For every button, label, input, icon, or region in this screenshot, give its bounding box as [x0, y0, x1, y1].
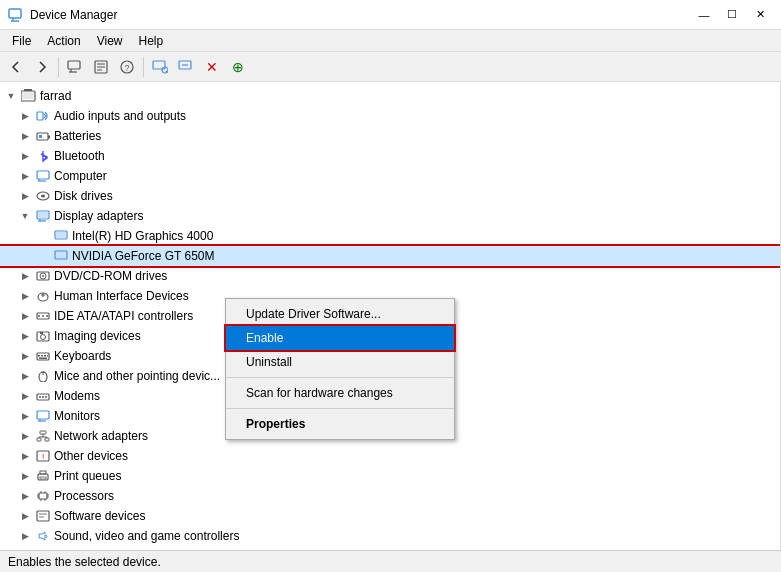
expand-storage[interactable]: ▶	[18, 549, 32, 550]
expand-batteries[interactable]: ▶	[18, 129, 32, 143]
software-label: Software devices	[54, 509, 145, 523]
svg-rect-24	[37, 171, 49, 179]
expand-network[interactable]: ▶	[18, 429, 32, 443]
svg-rect-23	[39, 135, 42, 138]
monitors-icon	[35, 408, 51, 424]
storage-label: Storage controllers	[54, 549, 155, 550]
batteries-label: Batteries	[54, 129, 101, 143]
toolbar-computer[interactable]	[63, 55, 87, 79]
toolbar-sep-1	[58, 57, 59, 77]
toolbar-add[interactable]: ⊕	[226, 55, 250, 79]
device-tree[interactable]: ▼ farrad ▶ Audio inputs and outputs	[0, 82, 781, 550]
tree-item-audio[interactable]: ▶ Audio inputs and outputs	[0, 106, 780, 126]
tree-item-display[interactable]: ▼ Display adapters	[0, 206, 780, 226]
ctx-properties[interactable]: Properties	[226, 412, 454, 436]
expand-software[interactable]: ▶	[18, 509, 32, 523]
expand-dvd[interactable]: ▶	[18, 269, 32, 283]
tree-item-dvd[interactable]: ▶ DVD/CD-ROM drives	[0, 266, 780, 286]
modems-label: Modems	[54, 389, 100, 403]
expand-monitors[interactable]: ▶	[18, 409, 32, 423]
svg-rect-68	[45, 438, 49, 441]
svg-rect-22	[48, 136, 50, 139]
toolbar-help[interactable]: ?	[115, 55, 139, 79]
tree-root[interactable]: ▼ farrad	[0, 86, 780, 106]
expand-display[interactable]: ▼	[18, 209, 32, 223]
svg-point-45	[42, 315, 44, 317]
ctx-scan[interactable]: Scan for hardware changes	[226, 381, 454, 405]
expand-disk[interactable]: ▶	[18, 189, 32, 203]
expand-mice[interactable]: ▶	[18, 369, 32, 383]
tree-item-batteries[interactable]: ▶ Batteries	[0, 126, 780, 146]
expand-keyboards[interactable]: ▶	[18, 349, 32, 363]
svg-rect-78	[39, 493, 47, 499]
expand-audio[interactable]: ▶	[18, 109, 32, 123]
tree-item-intel[interactable]: ▶ Intel(R) HD Graphics 4000	[0, 226, 780, 246]
tree-item-bluetooth[interactable]: ▶ Bluetooth	[0, 146, 780, 166]
toolbar-properties[interactable]	[89, 55, 113, 79]
svg-point-46	[46, 315, 48, 317]
expand-imaging[interactable]: ▶	[18, 329, 32, 343]
tree-item-software[interactable]: ▶ Software devices	[0, 506, 780, 526]
tree-item-other[interactable]: ▶ ! Other devices	[0, 446, 780, 466]
expand-hid[interactable]: ▶	[18, 289, 32, 303]
svg-rect-19	[22, 92, 34, 99]
close-button[interactable]: ✕	[747, 5, 773, 25]
audio-icon	[35, 108, 51, 124]
menu-action[interactable]: Action	[39, 32, 88, 50]
menu-file[interactable]: File	[4, 32, 39, 50]
minimize-button[interactable]: —	[691, 5, 717, 25]
expand-sound[interactable]: ▶	[18, 529, 32, 543]
display-icon	[35, 208, 51, 224]
tree-item-storage[interactable]: ▶ Storage controllers	[0, 546, 780, 550]
ctx-enable[interactable]: Enable	[226, 326, 454, 350]
svg-rect-34	[56, 232, 66, 238]
toolbar-delete[interactable]: ✕	[200, 55, 224, 79]
tree-item-processors[interactable]: ▶ Processors	[0, 486, 780, 506]
svg-rect-87	[37, 511, 49, 521]
ctx-sep-1	[226, 377, 454, 378]
tree-item-computer[interactable]: ▶ Computer	[0, 166, 780, 186]
toolbar-forward[interactable]	[30, 55, 54, 79]
toolbar-update[interactable]	[174, 55, 198, 79]
ide-label: IDE ATA/ATAPI controllers	[54, 309, 193, 323]
audio-label: Audio inputs and outputs	[54, 109, 186, 123]
window-controls: — ☐ ✕	[691, 5, 773, 25]
context-menu: Update Driver Software... Enable Uninsta…	[225, 298, 455, 440]
status-bar: Enables the selected device.	[0, 550, 781, 572]
expand-modems[interactable]: ▶	[18, 389, 32, 403]
svg-point-44	[38, 315, 40, 317]
svg-rect-32	[38, 212, 48, 218]
ctx-sep-2	[226, 408, 454, 409]
toolbar-scan[interactable]	[148, 55, 172, 79]
disk-icon	[35, 188, 51, 204]
processors-label: Processors	[54, 489, 114, 503]
expand-processors[interactable]: ▶	[18, 489, 32, 503]
expand-computer[interactable]: ▶	[18, 169, 32, 183]
software-icon	[35, 508, 51, 524]
tree-item-nvidia[interactable]: ▶ NVIDIA GeForce GT 650M	[0, 246, 780, 266]
network-icon	[35, 428, 51, 444]
sound-label: Sound, video and game controllers	[54, 529, 239, 543]
ctx-uninstall[interactable]: Uninstall	[226, 350, 454, 374]
expand-print[interactable]: ▶	[18, 469, 32, 483]
root-icon	[21, 88, 37, 104]
expand-other[interactable]: ▶	[18, 449, 32, 463]
expand-ide[interactable]: ▶	[18, 309, 32, 323]
bluetooth-label: Bluetooth	[54, 149, 105, 163]
expand-bluetooth[interactable]: ▶	[18, 149, 32, 163]
svg-rect-53	[44, 355, 46, 357]
svg-rect-55	[39, 358, 47, 360]
maximize-button[interactable]: ☐	[719, 5, 745, 25]
menu-help[interactable]: Help	[131, 32, 172, 50]
menu-view[interactable]: View	[89, 32, 131, 50]
tree-item-sound[interactable]: ▶ Sound, video and game controllers	[0, 526, 780, 546]
computer-icon	[35, 168, 51, 184]
expand-root[interactable]: ▼	[4, 89, 18, 103]
tree-item-print[interactable]: ▶ Print queues	[0, 466, 780, 486]
dvd-label: DVD/CD-ROM drives	[54, 269, 167, 283]
toolbar: ? ✕ ⊕	[0, 52, 781, 82]
dvd-icon	[35, 268, 51, 284]
tree-item-disk[interactable]: ▶ Disk drives	[0, 186, 780, 206]
ctx-update-driver[interactable]: Update Driver Software...	[226, 302, 454, 326]
toolbar-back[interactable]	[4, 55, 28, 79]
